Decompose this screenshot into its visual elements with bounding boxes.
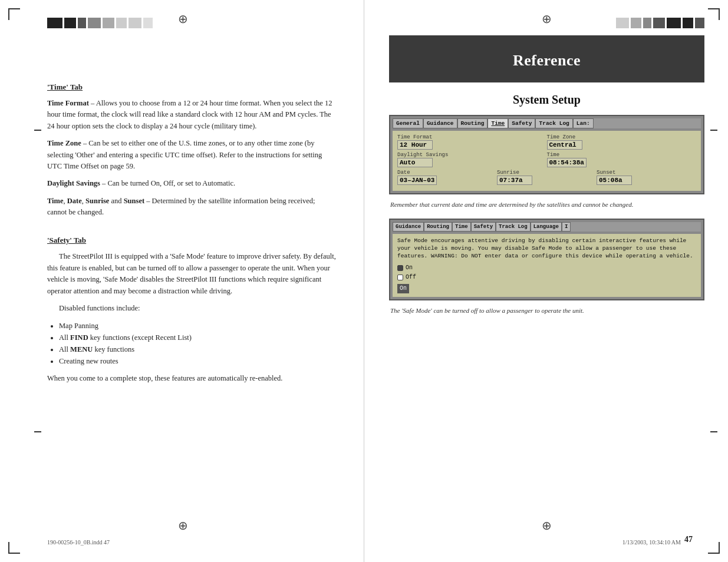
rbar-seg-3 [643, 18, 651, 28]
on-label: On [406, 264, 413, 272]
crosshair-right-bottom: ⊕ [542, 518, 552, 533]
tab2-more[interactable]: I [562, 222, 571, 232]
footer-file-info: 190-00256-10_0B.indd 47 [47, 539, 110, 546]
left-column: ⊕ 'Time' Tab Time Format – Allows you to… [0, 0, 365, 562]
rbar-seg-4 [653, 18, 665, 28]
tab-bar-2: Guidance Routing Time Safety Track Log L… [393, 222, 701, 232]
system-setup-title: System Setup [389, 82, 704, 115]
daylight-value: Auto [397, 158, 433, 167]
time-zone-cell: Time Zone Central [547, 134, 697, 150]
rbar-seg-7 [695, 18, 704, 28]
time-format-para: Time Format – Allows you to choose from … [47, 98, 336, 132]
date-sunrise-row: Date 03–JAN–03 Sunrise 07:37a Sunset 05:… [397, 170, 696, 185]
safety-para-1: The StreetPilot III is equipped with a '… [47, 251, 336, 297]
time-format-value: 12 Hour [397, 140, 433, 150]
off-radio-row: Off [397, 273, 696, 282]
daylight-savings-para: Daylight Savings – Can be turned On, Off… [47, 178, 336, 189]
time-format-label: Time Format [47, 99, 89, 107]
page-number: 47 [684, 535, 693, 544]
time-date-para: Time, Date, Sunrise and Sunset – Determi… [47, 196, 336, 219]
bar-seg-8 [143, 18, 153, 28]
time-tab-heading: 'Time' Tab [47, 82, 336, 92]
tab-guidance[interactable]: Guidance [423, 118, 457, 128]
daylight-field-label: Daylight Savings [397, 152, 547, 158]
tab2-time[interactable]: Time [452, 222, 471, 232]
daylight-row: Daylight Savings Auto Time 08:54:38a [397, 152, 696, 167]
crosshair-left-bottom: ⊕ [178, 518, 188, 533]
caption-1: Remember that current date and time are … [389, 200, 704, 209]
tab2-routing[interactable]: Routing [424, 222, 452, 232]
safety-screen-body: Safe Mode encourages attentive driving b… [393, 234, 701, 296]
tab2-guidance[interactable]: Guidance [393, 222, 424, 232]
time-format-row: Time Format 12 Hour Time Zone Central [397, 134, 696, 150]
rbar-seg-5 [667, 18, 681, 28]
off-radio[interactable] [397, 275, 403, 280]
time-zone-field-label: Time Zone [547, 134, 697, 140]
time-screen-body: Time Format 12 Hour Time Zone Central Da… [393, 131, 701, 191]
bar-seg-2 [64, 18, 76, 28]
rbar-seg-2 [631, 18, 641, 28]
daylight-savings-label: Daylight Savings [47, 179, 100, 187]
tab-safety[interactable]: Safety [508, 118, 535, 128]
rbar-seg-6 [683, 18, 693, 28]
on-radio-row: On [397, 264, 696, 272]
safety-tab-heading: 'Safety' Tab [47, 236, 336, 245]
footer-date-info: 1/13/2003, 10:34:10 AM [622, 539, 681, 546]
bar-seg-3 [78, 18, 86, 28]
tab2-safety[interactable]: Safety [471, 222, 496, 232]
date-cell: Date 03–JAN–03 [397, 170, 497, 185]
date-label: Date [67, 197, 82, 205]
time-format-cell: Time Format 12 Hour [397, 134, 547, 150]
left-content: 'Time' Tab Time Format – Allows you to c… [47, 82, 336, 385]
tab-time[interactable]: Time [487, 118, 508, 128]
re-enabled-para: When you come to a complete stop, these … [47, 373, 336, 384]
bar-seg-4 [88, 18, 101, 28]
time-format-field-label: Time Format [397, 134, 547, 140]
top-bar-right [616, 18, 704, 28]
bar-seg-1 [47, 18, 62, 28]
tab-general[interactable]: General [393, 118, 423, 128]
tab-lan[interactable]: Lan: [573, 118, 594, 128]
sunset-cell: Sunset 05:08a [597, 170, 696, 185]
bullet-routes: Creating new routes [59, 355, 336, 367]
reference-title: Reference [401, 52, 693, 70]
time-cell: Time 08:54:38a [547, 152, 697, 167]
current-on-display: On [397, 283, 696, 293]
tab-bar-1: General Guidance Routing Time Safety Tra… [393, 118, 701, 128]
caption-2: The 'Safe Mode' can be turned off to all… [389, 306, 704, 315]
time-zone-value: Central [547, 140, 582, 150]
sunset-value: 05:08a [597, 176, 632, 185]
time-zone-label: Time Zone [47, 139, 81, 147]
tab-routing[interactable]: Routing [457, 118, 488, 128]
on-radio[interactable] [397, 265, 403, 271]
daylight-cell: Daylight Savings Auto [397, 152, 547, 167]
bullet-list: Map Panning All FIND key functions (exce… [59, 320, 336, 367]
tab2-tracklog[interactable]: Track Log [496, 222, 531, 232]
right-column: ⊕ Reference System Setup General Guidanc… [365, 0, 728, 562]
bullet-menu: All MENU key functions [59, 343, 336, 355]
safe-mode-warning: Safe Mode encourages attentive driving b… [397, 237, 696, 260]
on-display-value: On [397, 284, 409, 293]
gps-screen-time: General Guidance Routing Time Safety Tra… [389, 115, 704, 194]
sunrise-field-label: Sunrise [497, 170, 597, 176]
bar-seg-6 [116, 18, 127, 28]
sunrise-label: Sunrise [85, 197, 109, 205]
bar-seg-5 [103, 18, 114, 28]
sunset-label: Sunset [124, 197, 144, 205]
date-field-label: Date [397, 170, 497, 176]
crosshair-left: ⊕ [178, 12, 188, 26]
top-bar-left [47, 18, 153, 28]
time-zone-para: Time Zone – Can be set to either one of … [47, 138, 336, 172]
reference-header: Reference [389, 35, 704, 82]
time-value: 08:54:38a [547, 158, 587, 167]
tab2-language[interactable]: Language [531, 222, 562, 232]
sunset-field-label: Sunset [597, 170, 696, 176]
time-label: Time [47, 197, 64, 205]
sunrise-cell: Sunrise 07:37a [497, 170, 597, 185]
crosshair-right: ⊕ [542, 12, 552, 26]
sunrise-value: 07:37a [497, 176, 532, 185]
tab-tracklog[interactable]: Track Log [535, 118, 572, 128]
date-value: 03–JAN–03 [397, 176, 437, 185]
rbar-seg-1 [616, 18, 629, 28]
gps-screen-safety: Guidance Routing Time Safety Track Log L… [389, 219, 704, 300]
